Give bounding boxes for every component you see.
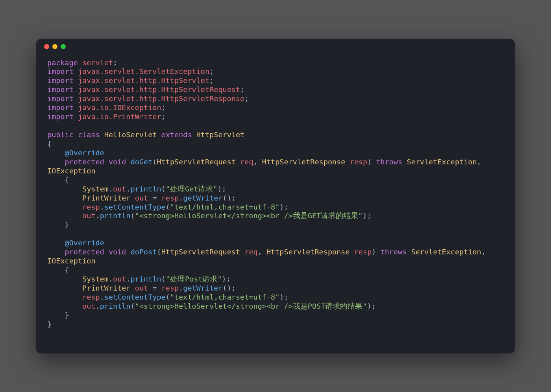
exception-type: ServletException — [402, 158, 477, 166]
package-name: servlet — [78, 59, 113, 67]
string-literal: "<strong>HelloServlet</strong><br />我是PO… — [135, 302, 367, 310]
indent — [47, 239, 65, 247]
import-path: javax.servlet.http.HttpServletRequest — [74, 85, 240, 94]
paren: ); — [279, 203, 288, 211]
dot: . — [126, 185, 131, 193]
dot: . — [179, 194, 183, 202]
method-call: setContentType — [104, 293, 166, 301]
paren: ); — [367, 302, 375, 310]
string-literal: "text/html,charset=utf-8" — [170, 293, 279, 301]
brace: } — [65, 221, 69, 229]
var-name: out — [131, 194, 148, 202]
exception-type: IOException — [47, 167, 96, 175]
indent — [47, 212, 82, 220]
string-literal: "<strong>HelloServlet</strong><br />我是GE… — [135, 212, 363, 220]
minimize-icon[interactable] — [52, 44, 57, 49]
method-name: doGet — [126, 158, 153, 166]
method-call: println — [131, 275, 161, 283]
method-call: getWriter — [183, 284, 222, 292]
param-type: HttpServletRequest — [161, 248, 240, 256]
punctuation: ; — [244, 94, 249, 103]
dot: . — [179, 284, 183, 292]
equals: = — [148, 194, 161, 202]
import-path: javax.servlet.ServletException — [74, 67, 209, 75]
punctuation: ; — [209, 76, 214, 85]
paren: (); — [223, 194, 236, 202]
indent — [47, 203, 82, 211]
param-type: HttpServletResponse — [266, 248, 350, 256]
indent — [47, 266, 65, 274]
superclass-name: HttpServlet — [192, 131, 245, 139]
object-ref: resp — [161, 194, 179, 202]
brace: } — [65, 311, 69, 319]
indent — [47, 194, 82, 202]
method-call: getWriter — [183, 194, 222, 202]
method-call: setContentType — [104, 203, 166, 211]
method-call: println — [100, 302, 131, 310]
param-type: HttpServletResponse — [262, 158, 346, 166]
dot: . — [100, 203, 104, 211]
dot: . — [96, 302, 100, 310]
keyword: import — [47, 85, 74, 94]
indent — [47, 284, 82, 292]
editor-window: package servlet; import javax.servlet.Se… — [36, 39, 515, 353]
brace: } — [47, 320, 52, 328]
maximize-icon[interactable] — [61, 44, 66, 49]
object-ref: resp — [161, 284, 179, 292]
method-name: doPost — [126, 248, 157, 256]
comma: , — [477, 158, 481, 166]
brace: { — [65, 176, 69, 184]
paren: ); — [362, 212, 371, 220]
paren: ); — [222, 275, 231, 283]
paren: ( — [166, 293, 170, 301]
var-type: PrintWriter — [82, 194, 131, 202]
punctuation: ; — [240, 85, 244, 94]
equals: = — [148, 284, 161, 292]
indent — [47, 221, 65, 229]
dot: . — [126, 275, 131, 283]
indent — [47, 302, 82, 310]
punctuation: ; — [161, 103, 166, 112]
keyword: import — [47, 103, 74, 112]
import-path: javax.servlet.http.HttpServletResponse — [74, 94, 244, 103]
indent — [47, 293, 82, 301]
var-type: PrintWriter — [82, 284, 131, 292]
class-ref: System — [82, 275, 109, 283]
method-call: println — [100, 212, 131, 220]
keyword: package — [47, 59, 78, 67]
paren: (); — [223, 284, 236, 292]
var-name: out — [131, 284, 148, 292]
import-path: java.io.IOException — [74, 103, 161, 112]
titlebar — [36, 39, 515, 55]
brace: { — [65, 266, 69, 274]
paren: ) — [372, 248, 380, 256]
dot: . — [100, 293, 104, 301]
paren: ( — [131, 212, 135, 220]
punctuation: ; — [161, 112, 166, 121]
brace: { — [47, 140, 52, 148]
param-name: req — [236, 158, 253, 166]
paren: ( — [166, 203, 170, 211]
punctuation: ; — [113, 59, 117, 67]
exception-type: ServletException — [407, 248, 481, 256]
string-literal: "处理Get请求" — [166, 185, 218, 193]
keyword: public — [47, 131, 74, 139]
class-ref: System — [82, 185, 109, 193]
paren: ( — [152, 158, 157, 166]
keyword: import — [47, 76, 74, 85]
dot: . — [109, 275, 113, 283]
comma: , — [258, 248, 266, 256]
paren: ( — [161, 185, 166, 193]
keyword: throws — [376, 158, 402, 166]
indent — [47, 275, 82, 283]
keyword: protected — [65, 248, 104, 256]
paren: ) — [367, 158, 376, 166]
close-icon[interactable] — [44, 44, 49, 49]
param-type: HttpServletRequest — [157, 158, 235, 166]
punctuation: ; — [209, 67, 214, 75]
field: out — [113, 275, 126, 283]
keyword: extends — [157, 131, 192, 139]
class-name: HelloServlet — [100, 131, 157, 139]
paren: ( — [161, 275, 166, 283]
code-editor[interactable]: package servlet; import javax.servlet.Se… — [36, 55, 515, 340]
